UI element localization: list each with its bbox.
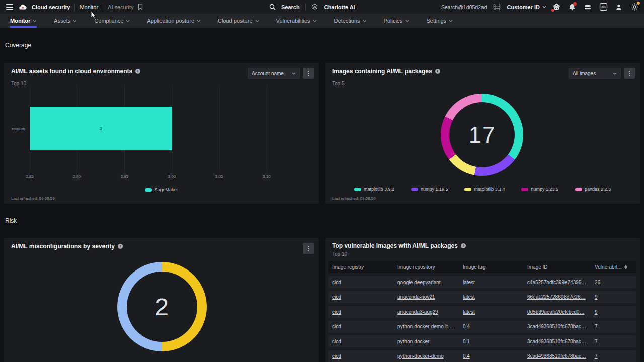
table-cell-link[interactable]: latest [463,294,527,300]
legend-swatch [464,188,471,191]
customer-id-dropdown[interactable]: Customer ID [507,4,546,10]
table-cell-link[interactable]: google-deepvariant [397,280,463,285]
legend-item[interactable]: numpy 1.23.5 [521,187,558,192]
card-menu-button[interactable] [303,68,314,79]
sort-icon[interactable] [624,265,627,269]
menu-icon[interactable] [5,4,14,10]
card-menu-button[interactable] [303,243,314,254]
legend-label: matplotlib 3.9.2 [364,187,394,192]
nav-tab-application-posture[interactable]: Application posture [147,14,201,28]
chevron-down-icon [197,20,201,22]
notifications-bell-icon[interactable] [567,2,578,13]
card-menu-button[interactable] [624,68,635,79]
nav-tab-assets[interactable]: Assets [54,14,77,28]
table-cell-link[interactable]: cicd [332,280,397,285]
table-cell-link[interactable]: 26 [595,280,636,285]
legend-label: SageMaker [154,187,178,192]
table-cell-link[interactable]: 9 [595,294,636,300]
table-cell-link[interactable]: latest [463,280,527,285]
donut-legend: matplotlib 3.9.2numpy 1.19.5matplotlib 3… [325,187,640,192]
table-cell-link[interactable]: 0.4 [463,324,527,329]
table-cell-link[interactable]: 66ea1225728608d7e26… [527,294,595,300]
chevron-down-icon [126,20,130,22]
table-cell-link[interactable]: python-docker-demo [397,353,463,359]
nav-tab-detections[interactable]: Detections [334,14,367,28]
info-icon[interactable]: i [118,244,123,249]
account-name-filter-select[interactable]: Account name [248,68,300,79]
card-title: Images containing AI/ML packages i [332,68,440,75]
legend-item[interactable]: matplotlib 3.9.2 [354,187,394,192]
table-cell-link[interactable]: 7 [595,324,636,329]
table-cell-link[interactable]: 0d5b39aeafc20cfcbcd0… [527,309,595,315]
divider [103,4,103,11]
nav-tab-monitor[interactable]: Monitor [10,14,37,28]
bookmark-icon[interactable] [138,4,143,10]
api-code-icon[interactable]: </> [598,2,609,13]
column-header-3[interactable]: Image tag [463,264,527,270]
table-cell-link[interactable]: 3cad49368510fc678bac… [527,339,595,344]
legend-item[interactable]: pandas 2.2.3 [575,187,611,192]
charlotte-ai-button[interactable]: Charlotte AI [324,4,355,10]
table-body: cicdgoogle-deepvariantlatestc4a5257bdfc3… [328,276,636,362]
table-cell-link[interactable]: cicd [332,324,397,329]
queue-icon[interactable] [582,2,593,13]
info-icon[interactable]: i [435,69,440,74]
nav-tab-policies[interactable]: Policies [384,14,410,28]
nav-tab-label: Application posture [147,18,194,24]
falcon-store-icon[interactable] [551,2,562,13]
table-cell-link[interactable]: 9 [595,309,636,315]
table-cell-link[interactable]: 7 [595,353,636,359]
table-cell-link[interactable]: 0.4 [463,353,527,359]
legend-item[interactable]: SageMaker [145,187,178,192]
table-cell-link[interactable]: cicd [332,339,397,344]
table-cell-link[interactable]: 0.1 [463,339,527,344]
legend-label: matplotlib 3.3.4 [474,187,505,192]
table-cell-link[interactable]: c4a5257bdfc399e74395… [527,280,595,285]
table-cell-link[interactable]: 3cad49368510fc678bac… [527,353,595,359]
user-profile-icon[interactable] [613,2,624,13]
column-header-4[interactable]: Image ID [527,264,595,270]
table-cell-link[interactable]: cicd [332,294,397,300]
all-images-filter-select[interactable]: All images [569,68,621,79]
table-cell-link[interactable]: anaconda3-aug29 [397,309,463,315]
theme-brightness-icon[interactable] [629,2,640,13]
table-cell-link[interactable]: python-docker [397,339,463,344]
divider [305,4,306,11]
app-title[interactable]: Cloud security [32,4,70,10]
legend-label: numpy 1.19.5 [421,187,448,192]
nav-tab-label: Monitor [10,18,30,24]
legend-swatch [575,188,582,191]
nav-tab-compliance[interactable]: Compliance [94,14,130,28]
column-header-2[interactable]: Image repository [397,264,463,270]
legend-label: pandas 2.2.3 [585,187,611,192]
search-button[interactable]: Search [281,4,300,10]
card-misconfigurations: AI/ML misconfigurations by severity i 2 [4,238,319,362]
nav-tab-settings[interactable]: Settings [426,14,453,28]
table-cell-link[interactable]: anaconda-nov21 [397,294,463,300]
table-cell-link[interactable]: cicd [332,353,397,359]
column-header-1[interactable]: Image registry [332,264,397,270]
search-id-label[interactable]: Search@1d05d2ad [441,4,487,10]
column-header-5[interactable]: Vulnerabil… [595,264,636,270]
legend-item[interactable]: matplotlib 3.3.4 [464,187,505,192]
nav-tab-vulnerabilities[interactable]: Vulnerabilities [276,14,317,28]
table-cell-link[interactable]: cicd [332,309,397,315]
table-row: cicdgoogle-deepvariantlatestc4a5257bdfc3… [328,276,636,288]
nav-tab-cloud-posture[interactable]: Cloud posture [218,14,259,28]
bar-sagemaker[interactable]: 3 [30,107,172,150]
breadcrumb-ai-security[interactable]: AI security [108,4,133,10]
x-tick-label: 2.95 [121,174,129,179]
legend-item[interactable]: numpy 1.19.5 [411,187,448,192]
info-icon[interactable]: i [135,69,140,74]
table-cell-link[interactable]: 7 [595,339,636,344]
x-tick-label: 3.05 [215,174,223,179]
table-cell-link[interactable]: python-docker-demo-it… [397,324,463,329]
info-icon[interactable]: i [461,243,466,248]
card-title: AI/ML assets found in cloud environments… [11,68,140,75]
data-connections-icon[interactable] [492,2,503,13]
table-cell-link[interactable]: 3cad49368510fc678bac… [527,324,595,329]
breadcrumb-monitor[interactable]: Monitor [79,4,98,10]
nav-tab-label: Settings [426,18,446,24]
table-cell-link[interactable]: latest [463,309,527,315]
nav-tab-label: Assets [54,18,70,24]
